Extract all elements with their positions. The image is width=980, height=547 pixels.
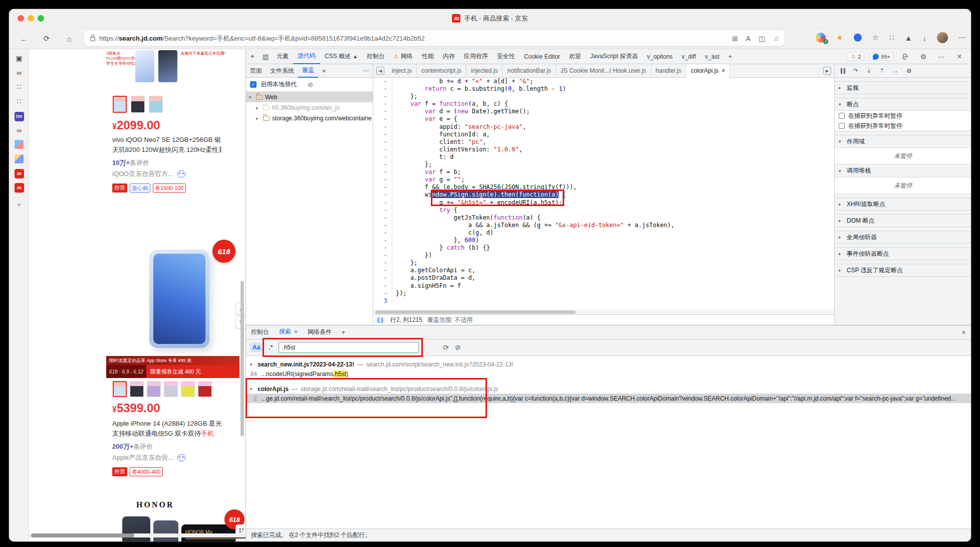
refresh-icon[interactable]: ⟳ (40, 32, 53, 45)
overrides-checkbox[interactable]: ✓ (250, 81, 257, 88)
infinity-icon[interactable]: ∞ (14, 68, 24, 78)
step-out-icon[interactable]: ⇡ (879, 67, 884, 74)
add-drawer-tab-icon[interactable]: + (337, 325, 350, 339)
infinity-icon[interactable]: ∞ (14, 125, 24, 135)
checkbox[interactable] (839, 113, 845, 119)
file-tab-handler[interactable]: handler.js (651, 64, 686, 78)
file-tab-notificationbar[interactable]: notificationBar.js (503, 64, 556, 78)
promo-card[interactable]: 3期免息 PLUS赠iQOO耳机 学生专享移动电源* 直播间下单赢笔记本电脑* (106, 50, 239, 83)
apps-grid-icon[interactable]: ∷ (14, 82, 24, 92)
workspace-icon[interactable]: ▣ (14, 53, 24, 63)
tab-scroll-right-icon[interactable]: ▶ (823, 67, 831, 75)
close-drawer-icon[interactable]: × (961, 328, 966, 336)
tab-sources[interactable]: 源代码 (293, 49, 320, 64)
file-tab-inject[interactable]: inject.js (387, 64, 417, 78)
drawer-tab-console[interactable]: 控制台 (246, 325, 274, 339)
pause-on-caught-exceptions-row[interactable]: 在捕获到异常时暂停 (835, 121, 971, 131)
product-reviews[interactable]: 10万+条评价 (112, 158, 149, 167)
more-icon[interactable]: ⋯ (935, 50, 948, 63)
device-toolbar-icon[interactable]: ▥ (259, 50, 272, 63)
product-shop[interactable]: Apple产品京东自营... (112, 453, 185, 462)
tab-welcome[interactable]: 欢迎 (565, 49, 586, 64)
navigator-more-icon[interactable]: ⋯ (359, 64, 373, 78)
navigator-tab-overrides[interactable]: 覆盖 (298, 64, 318, 78)
warnings-badge[interactable]: ⚠2 (847, 52, 864, 61)
split-screen-icon[interactable]: ⊞ (732, 35, 738, 43)
onenote-icon[interactable]: On (14, 111, 24, 121)
file-tab-contentscript[interactable]: contentscript.js (417, 64, 466, 78)
product-thumbnail[interactable] (113, 96, 127, 113)
section-xhr-breakpoints[interactable]: ▸ XHR/提取断点 (835, 198, 971, 211)
clear-search-icon[interactable]: ⊘ (455, 343, 461, 351)
messages-badge[interactable]: 99+ (869, 53, 894, 61)
navigator-tab-page[interactable]: 页面 (246, 64, 266, 78)
deactivate-breakpoints-icon[interactable]: ⊘ (906, 67, 911, 74)
tab-application[interactable]: 应用程序 (459, 49, 493, 64)
tab-css-overview[interactable]: CSS 概述▲ (320, 49, 362, 64)
search-result-file[interactable]: ▾ colorApi.js — storage.jd.com/retail-ma… (246, 384, 971, 394)
extension-circle-icon[interactable] (854, 34, 862, 42)
close-devtools-icon[interactable]: × (953, 50, 966, 63)
pause-on-caught-exceptions-row[interactable]: 在捕获到异常时暂停 (835, 111, 971, 121)
search-input[interactable] (279, 342, 419, 353)
tab-network[interactable]: ⚠网络 (389, 49, 417, 64)
apps-grid-icon[interactable]: ∷ (14, 96, 24, 106)
profile-avatar[interactable] (937, 32, 948, 43)
product-thumbnail[interactable] (130, 381, 144, 397)
tab-v-diff[interactable]: v_diff (677, 49, 700, 64)
search-result-file[interactable]: ▾ search_new.init.js?2023-04-22-13! — se… (246, 359, 971, 369)
chat-icon[interactable] (177, 170, 185, 177)
section-watch[interactable]: ▸ 监视 (835, 81, 971, 94)
close-tab-icon[interactable]: × (294, 328, 298, 335)
product-thumbnail[interactable] (131, 96, 145, 113)
page-horizontal-scrollbar[interactable] (29, 533, 246, 537)
browser-essentials-icon[interactable]: ▲ (905, 34, 912, 42)
tab-console[interactable]: 控制台 (362, 49, 389, 64)
back-icon[interactable]: ← (18, 32, 31, 45)
close-tab-icon[interactable]: × (721, 67, 725, 74)
section-global-listeners[interactable]: ▸ 全局侦听器 (835, 231, 971, 244)
promo-strip[interactable]: 限时优惠定价品享 App Store 专享 ¥95 抢 (106, 356, 239, 365)
tab-elements[interactable]: 元素 (272, 49, 293, 64)
rewards-icon[interactable]: 2 (816, 33, 826, 43)
page-vertical-scrollbar[interactable] (240, 281, 244, 436)
tab-scroll-left-icon[interactable]: ◀ (376, 67, 384, 75)
checkbox[interactable] (839, 123, 845, 129)
jd-app-icon[interactable]: JD (14, 168, 24, 178)
product-thumbnail[interactable] (181, 381, 195, 397)
pause-icon[interactable] (841, 68, 845, 74)
search-result-match-selected[interactable]: 2 ...ge.jd.com/retail-mall/search_list/p… (246, 394, 971, 403)
clear-overrides-icon[interactable]: ⊘ (308, 81, 313, 88)
section-event-listener-breakpoints[interactable]: ▸ 事件侦听器断点 (835, 247, 971, 260)
step-icon[interactable]: → (892, 67, 898, 74)
match-case-toggle[interactable]: Aa (250, 343, 263, 352)
file-tab-colorapi[interactable]: colorApi.js× (686, 64, 730, 78)
refresh-search-icon[interactable]: ⟳ (443, 343, 449, 351)
favorites-icon[interactable]: ☆ (872, 33, 879, 42)
product-title[interactable]: vivo iQOO Neo7 SE 12GB+256GB 银河 (112, 135, 221, 144)
product-shop[interactable]: iQOO京东自营官方... (112, 169, 185, 178)
section-csp-violation-breakpoints[interactable]: ▸ CSP 违反了规定断点 (835, 264, 971, 277)
tab-memory[interactable]: 内存 (438, 49, 459, 64)
tab-js-profiler[interactable]: JavaScript 探查器 (586, 49, 642, 64)
jd-app-icon-active[interactable]: JD (14, 183, 24, 193)
tab-security[interactable]: 安全性 (493, 49, 520, 64)
product-title[interactable]: Apple iPhone 14 (A2884) 128GB 星光色 (112, 419, 221, 428)
tab-cookie-editor[interactable]: Cookie Editor (520, 49, 565, 64)
tab-performance[interactable]: 性能 (417, 49, 438, 64)
home-icon[interactable]: ⌂ (63, 32, 76, 45)
file-tab-injected[interactable]: injected.js (466, 64, 503, 78)
inspect-element-icon[interactable]: ⌖ (246, 50, 259, 63)
section-dom-breakpoints[interactable]: ▸ DOM 断点 (835, 214, 971, 227)
tab-v-opitons[interactable]: v_opitons (642, 49, 677, 64)
product-thumbnail[interactable] (149, 96, 163, 113)
more-tabs-icon[interactable]: » (318, 64, 330, 78)
add-icon[interactable]: + (14, 200, 24, 210)
address-bar[interactable]: https://search.jd.com/Search?keyword=手机&… (84, 31, 785, 46)
section-scope[interactable]: ▾ 作用域 (835, 135, 971, 148)
chat-icon[interactable] (177, 454, 185, 461)
gear-icon[interactable]: ⚙ (917, 50, 930, 63)
back-to-top-button[interactable] (235, 538, 246, 541)
regex-toggle[interactable]: .* (269, 344, 273, 351)
pretty-print-icon[interactable]: { } (375, 316, 385, 323)
